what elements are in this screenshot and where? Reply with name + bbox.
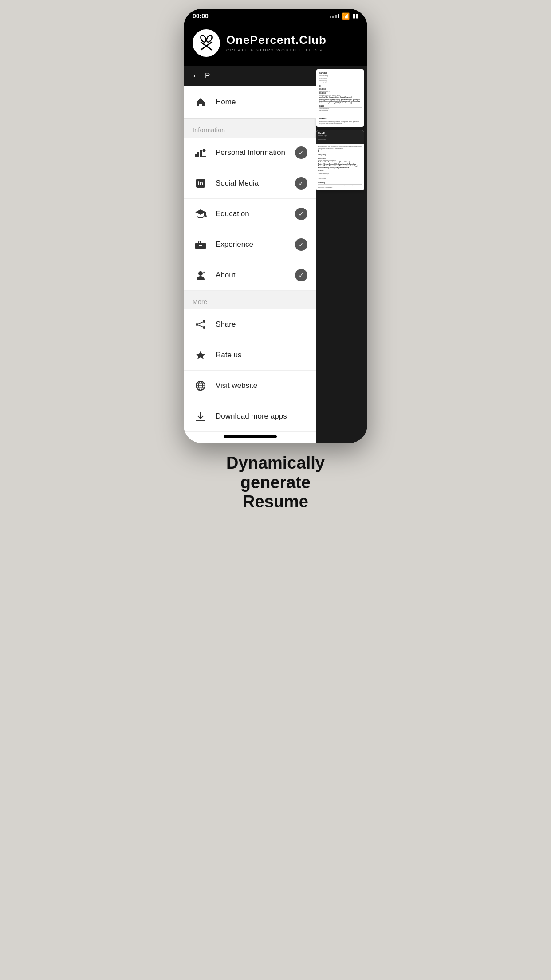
social-media-check: ✓ xyxy=(295,177,307,190)
resume-phd-1: Machine Learning Learning (4.0/4.0 (Stan… xyxy=(319,102,362,104)
nav-item-share[interactable]: Share xyxy=(184,309,316,340)
svg-point-8 xyxy=(203,149,206,152)
brand-tagline: Create a Story Worth Telling xyxy=(226,47,327,52)
wifi-icon: 📶 xyxy=(342,12,350,20)
svg-rect-6 xyxy=(197,152,199,157)
nav-item-experience[interactable]: Experience ✓ xyxy=(184,229,316,260)
share-icon xyxy=(193,316,209,332)
svg-point-15 xyxy=(198,271,203,276)
download-label: Download more apps xyxy=(216,412,307,421)
experience-check: ✓ xyxy=(295,238,307,251)
svg-line-22 xyxy=(198,325,203,327)
nav-item-download[interactable]: Download more apps xyxy=(184,401,316,432)
resume-card-1: Mark Ro Software Engi +91 98989898 markr… xyxy=(316,69,364,127)
header-text: OnePercent.Club Create a Story Worth Tel… xyxy=(226,34,327,52)
app-logo xyxy=(193,29,220,57)
nav-item-website[interactable]: www Visit website xyxy=(184,371,316,401)
nav-item-rate[interactable]: Rate us xyxy=(184,340,316,371)
resume-card-2: Mark R Software Engi +91 98989899 markro… xyxy=(316,130,364,190)
home-indicator xyxy=(224,435,277,438)
tagline-area: Dynamically generate Resume xyxy=(184,454,367,512)
app-header: OnePercent.Club Create a Story Worth Tel… xyxy=(184,22,367,66)
social-media-label: Social Media xyxy=(216,179,295,188)
back-row: ← P xyxy=(184,66,316,86)
svg-point-12 xyxy=(205,215,207,217)
nav-item-personal-information[interactable]: Personal Information ✓ xyxy=(184,138,316,168)
nav-item-home[interactable]: Home xyxy=(184,86,316,119)
experience-label: Experience xyxy=(216,240,295,249)
rate-label: Rate us xyxy=(216,351,307,360)
about-check: ✓ xyxy=(295,269,307,281)
svg-text:i: i xyxy=(203,272,204,274)
svg-marker-23 xyxy=(196,351,205,359)
home-icon xyxy=(193,94,209,110)
svg-rect-5 xyxy=(195,154,197,157)
tagline-text: Dynamically generate Resume xyxy=(193,454,358,512)
website-label: Visit website xyxy=(216,381,307,390)
svg-text:www: www xyxy=(198,389,203,391)
svg-point-20 xyxy=(203,326,205,329)
menu-column: ← P Home Information xyxy=(184,66,316,443)
status-time: 00:00 xyxy=(193,12,209,20)
nav-item-education[interactable]: Education ✓ xyxy=(184,199,316,229)
back-button[interactable]: ← xyxy=(192,70,205,82)
nav-item-about[interactable]: i About ✓ xyxy=(184,260,316,291)
resume-name-1: Mark Ro xyxy=(319,71,362,75)
status-right: 📶 ▮▮ xyxy=(330,12,358,20)
resume-summary-text-1: An experienced Soft working in the field… xyxy=(319,121,362,124)
svg-point-18 xyxy=(203,320,205,323)
resume-edu10-1: 10th (4.0/4.0) xyxy=(319,88,362,90)
home-bar xyxy=(184,432,316,443)
resume-skill5-1: · Database Managen xyxy=(319,115,362,116)
home-label: Home xyxy=(216,98,307,107)
personal-information-label: Personal Information xyxy=(216,148,295,157)
back-label: P xyxy=(205,71,210,80)
download-icon xyxy=(193,408,209,424)
svg-rect-14 xyxy=(199,245,202,246)
section-more-label: More xyxy=(193,298,207,305)
svg-line-21 xyxy=(198,322,203,324)
svg-rect-7 xyxy=(200,150,202,157)
phone-content: ← P Home Information xyxy=(184,66,367,443)
resume-email-1: markrobinson@ xyxy=(319,80,362,82)
social-media-icon xyxy=(193,175,209,191)
section-information-header: Information xyxy=(184,119,316,138)
resume-phone-1: +91 98989898 xyxy=(319,78,362,79)
resume-summary-section-1: Summary xyxy=(319,118,362,120)
status-bar: 00:00 📶 ▮▮ xyxy=(184,9,367,22)
svg-point-19 xyxy=(196,323,198,326)
personal-information-check: ✓ xyxy=(295,146,307,159)
share-label: Share xyxy=(216,320,307,329)
about-label: About xyxy=(216,271,295,280)
education-check: ✓ xyxy=(295,208,307,220)
nav-item-social-media[interactable]: Social Media ✓ xyxy=(184,168,316,199)
resume-preview-column: Mark Ro Software Engi +91 98989898 markr… xyxy=(316,66,367,443)
resume-edu12-1: 12th (4.0/4.0) xyxy=(319,92,362,94)
resume-title-1: Software Engi xyxy=(319,75,362,77)
signal-icon xyxy=(330,14,339,18)
brand-name: OnePercent.Club xyxy=(226,34,327,47)
svg-point-0 xyxy=(196,33,217,54)
rate-icon xyxy=(193,347,209,363)
about-icon: i xyxy=(193,267,209,283)
resume-website-1: www.markrobin xyxy=(319,82,362,84)
personal-information-icon xyxy=(193,145,209,161)
education-label: Education xyxy=(216,209,295,218)
section-information-label: Information xyxy=(193,126,225,134)
experience-icon xyxy=(193,237,209,253)
website-icon: www xyxy=(193,378,209,394)
education-icon xyxy=(193,206,209,222)
battery-icon: ▮▮ xyxy=(352,13,358,19)
section-more-header: More xyxy=(184,291,316,309)
